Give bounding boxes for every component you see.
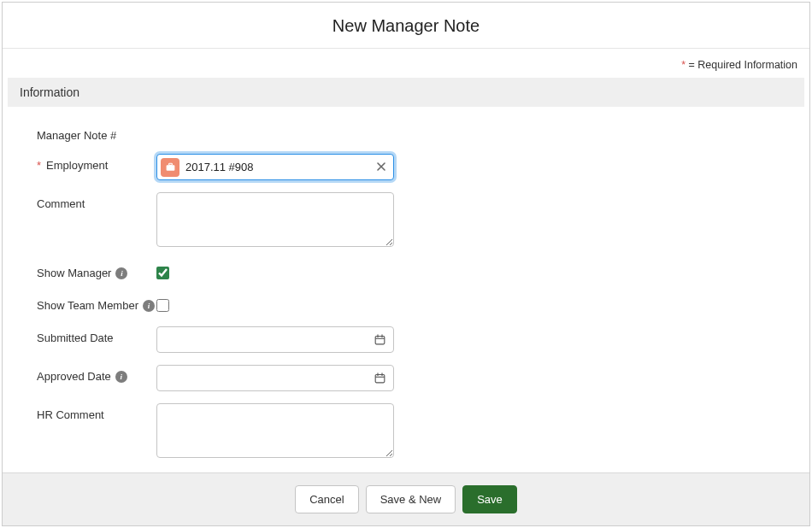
approved-date-input[interactable] — [164, 372, 374, 384]
show-team-member-checkbox[interactable] — [156, 299, 169, 312]
hr-comment-textarea[interactable] — [156, 403, 394, 458]
save-and-new-button[interactable]: Save & New — [366, 485, 456, 513]
label-submitted-date: Submitted Date — [37, 326, 156, 344]
info-icon[interactable]: i — [115, 371, 127, 383]
svg-rect-0 — [166, 165, 174, 171]
svg-rect-1 — [168, 163, 172, 165]
svg-rect-2 — [375, 336, 385, 343]
label-show-team-member: Show Team Member i — [37, 294, 174, 312]
calendar-icon[interactable] — [374, 333, 386, 346]
row-hr-comment: HR Comment — [37, 403, 809, 461]
row-employment: *Employment 2017.11 #908 — [37, 154, 809, 180]
label-comment: Comment — [37, 192, 156, 210]
employment-value: 2017.11 #908 — [185, 161, 374, 173]
label-employment: *Employment — [37, 154, 156, 172]
row-submitted-date: Submitted Date — [37, 326, 809, 353]
briefcase-icon — [161, 158, 179, 177]
modal-body: * = Required Information Information Man… — [3, 49, 809, 472]
info-icon[interactable]: i — [115, 267, 127, 279]
row-show-team-member: Show Team Member i — [37, 294, 809, 314]
calendar-icon[interactable] — [374, 372, 386, 384]
label-hr-comment: HR Comment — [37, 403, 156, 421]
row-show-manager: Show Manager i — [37, 261, 809, 282]
svg-rect-6 — [375, 374, 385, 382]
employment-lookup[interactable]: 2017.11 #908 — [156, 154, 394, 180]
info-icon[interactable]: i — [143, 300, 155, 312]
submitted-date-input[interactable] — [164, 333, 374, 346]
approved-date-input-wrap[interactable] — [156, 365, 394, 391]
row-manager-note-num: Manager Note # — [37, 124, 809, 142]
section-header-information: Information — [8, 78, 804, 107]
label-show-manager: Show Manager i — [37, 261, 156, 279]
modal-header: New Manager Note — [3, 3, 809, 49]
row-approved-date: Approved Date i — [37, 365, 809, 391]
row-comment: Comment — [37, 192, 809, 249]
modal-footer: Cancel Save & New Save — [3, 472, 809, 525]
submitted-date-input-wrap[interactable] — [156, 326, 394, 353]
save-button[interactable]: Save — [462, 485, 517, 513]
cancel-button[interactable]: Cancel — [295, 485, 358, 513]
label-manager-note-num: Manager Note # — [37, 124, 156, 142]
show-manager-checkbox[interactable] — [156, 267, 169, 279]
form-area: Manager Note # *Employment — [3, 107, 809, 472]
label-approved-date: Approved Date i — [37, 365, 156, 383]
comment-textarea[interactable] — [156, 192, 394, 247]
new-manager-note-modal: New Manager Note * = Required Informatio… — [2, 2, 810, 526]
required-text: = Required Information — [685, 59, 797, 71]
clear-icon[interactable] — [374, 161, 388, 173]
required-information-note: * = Required Information — [3, 49, 809, 78]
modal-title: New Manager Note — [3, 16, 809, 36]
